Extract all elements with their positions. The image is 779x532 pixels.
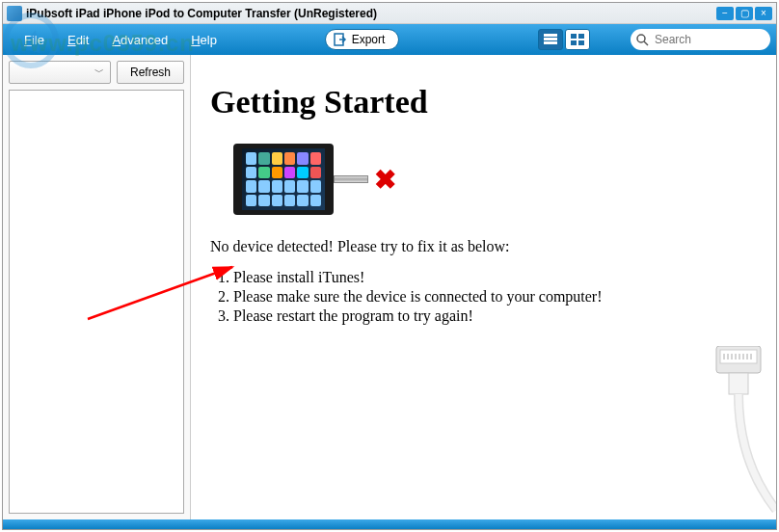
window-title: iPubsoft iPad iPhone iPod to Computer Tr…	[26, 7, 716, 20]
svg-rect-7	[578, 40, 584, 45]
app-window: iPubsoft iPad iPhone iPod to Computer Tr…	[2, 2, 777, 530]
content-area: ﹀ Refresh Getting Started ✖	[3, 55, 776, 519]
svg-rect-2	[544, 38, 557, 40]
search-icon	[636, 34, 649, 46]
app-icon	[7, 6, 22, 21]
page-title: Getting Started	[210, 84, 757, 120]
device-illustration: ✖	[233, 144, 757, 215]
refresh-button[interactable]: Refresh	[117, 61, 184, 84]
device-tree[interactable]	[9, 90, 184, 514]
titlebar: iPubsoft iPad iPhone iPod to Computer Tr…	[3, 3, 776, 24]
search-input[interactable]	[655, 33, 777, 46]
export-label: Export	[352, 33, 386, 46]
close-button[interactable]: ×	[755, 7, 772, 20]
ipad-icon	[233, 144, 334, 215]
device-combo[interactable]: ﹀	[9, 61, 111, 84]
no-device-message: No device detected! Please try to fix it…	[210, 238, 757, 255]
minimize-button[interactable]: −	[716, 7, 734, 20]
svg-rect-1	[544, 34, 557, 37]
menu-file[interactable]: File	[16, 29, 52, 51]
menu-file-label: ile	[32, 33, 44, 47]
menu-edit[interactable]: Edit	[60, 29, 96, 51]
maximize-button[interactable]: ▢	[736, 7, 753, 20]
svg-point-8	[637, 35, 645, 42]
menu-advanced-label: dvanced	[121, 33, 168, 47]
status-bar	[3, 519, 776, 529]
menu-help-label: elp	[201, 33, 217, 47]
menu-advanced[interactable]: Advanced	[104, 29, 175, 51]
step-item: Please restart the program to try again!	[233, 307, 757, 325]
system-buttons: − ▢ ×	[716, 7, 772, 20]
menubar: File Edit Advanced Help Export	[3, 24, 776, 55]
svg-rect-5	[578, 34, 584, 39]
list-icon	[544, 34, 557, 45]
export-icon	[334, 33, 347, 46]
menu-help[interactable]: Help	[183, 29, 225, 51]
search-box: ×	[631, 29, 770, 50]
view-grid-button[interactable]	[565, 29, 590, 50]
grid-icon	[571, 34, 584, 45]
connector-icon	[334, 175, 368, 183]
sidebar: ﹀ Refresh	[3, 55, 191, 519]
menu-edit-label: dit	[76, 33, 90, 47]
view-mode-toggles	[538, 29, 590, 50]
chevron-down-icon: ﹀	[94, 66, 104, 79]
error-x-icon: ✖	[374, 164, 396, 196]
svg-rect-3	[544, 41, 557, 44]
step-item: Please install iTunes!	[233, 269, 757, 286]
instructions: No device detected! Please try to fix it…	[210, 238, 757, 325]
step-item: Please make sure the device is connected…	[233, 288, 757, 306]
svg-rect-6	[571, 40, 577, 45]
svg-rect-20	[729, 373, 748, 394]
steps-list: Please install iTunes! Please make sure …	[233, 269, 757, 325]
svg-line-9	[644, 41, 648, 45]
view-list-button[interactable]	[538, 29, 563, 50]
svg-rect-4	[571, 34, 577, 39]
main-panel: Getting Started ✖ No device detected! Pl…	[191, 55, 776, 519]
dock-cable-illustration	[660, 346, 776, 519]
export-button[interactable]: Export	[325, 29, 400, 50]
